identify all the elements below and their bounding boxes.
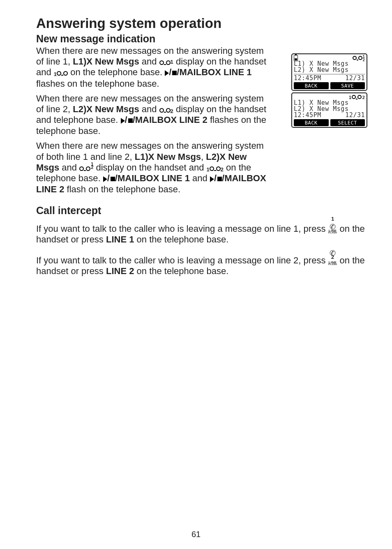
paragraph-2: When there are new messages on the answe… bbox=[36, 93, 270, 137]
text: on the telephone base. bbox=[134, 234, 228, 245]
page-title: Answering system operation bbox=[36, 16, 367, 31]
text: FLASH bbox=[328, 264, 337, 265]
tape-icon bbox=[79, 165, 90, 173]
text-bold: MAILBOX LINE 1 bbox=[118, 173, 190, 183]
text: If you want to talk to the caller who is… bbox=[36, 224, 328, 234]
play-stop-icon bbox=[103, 173, 107, 184]
play-stop-icon bbox=[110, 173, 115, 184]
paragraph-5: If you want to talk to the caller who is… bbox=[36, 249, 367, 277]
text: FLASH bbox=[328, 232, 337, 234]
lcd-time: 12:45PM bbox=[294, 75, 345, 81]
play-stop-icon bbox=[171, 67, 177, 78]
text: 2 bbox=[362, 95, 365, 100]
tape-icon bbox=[159, 106, 171, 114]
text: 1 bbox=[331, 217, 334, 221]
softkey-back: BACK bbox=[294, 119, 329, 126]
section-2-title: Call intercept bbox=[36, 205, 367, 217]
text: and bbox=[139, 56, 159, 67]
paragraph-3: When there are new messages on the answe… bbox=[36, 141, 266, 195]
stack-12: 12 bbox=[363, 55, 365, 62]
icon-sub: 1 bbox=[54, 71, 57, 77]
play-stop-icon bbox=[165, 67, 169, 78]
text: and bbox=[59, 162, 79, 173]
text: on the telephone base. bbox=[134, 266, 228, 276]
line1-key-icon: 1✆LINEFLASH bbox=[328, 217, 337, 233]
lcd-date: 12/31 bbox=[345, 112, 365, 118]
icon-sup: 1 bbox=[171, 59, 173, 65]
lcd-line: L2) X New Msgs bbox=[294, 67, 365, 73]
softkey-select: SELECT bbox=[330, 119, 365, 126]
lcd-group: 12 L1) X New Msgs L2) X New Msgs 12:45PM… bbox=[291, 53, 367, 128]
text-bold: L2)X New Msgs bbox=[73, 104, 139, 114]
tape-icon bbox=[352, 94, 362, 101]
page-number: 61 bbox=[0, 530, 392, 539]
paragraph-4: If you want to talk to the caller who is… bbox=[36, 217, 367, 245]
text-bold: L1)X New Msgs bbox=[73, 56, 139, 67]
text-bold: LINE 2 bbox=[106, 266, 134, 276]
lcd-time-row: 12:45PM12/31 bbox=[294, 112, 365, 118]
text: 1 bbox=[349, 95, 352, 100]
play-stop-icon bbox=[127, 115, 133, 126]
tape-icon bbox=[57, 69, 68, 77]
text: 2 bbox=[331, 256, 334, 259]
icon-sub: 2 bbox=[171, 108, 173, 114]
softkey-save: SAVE bbox=[330, 82, 365, 89]
lcd-time-row: 12:45PM12/31 bbox=[294, 75, 365, 81]
text: on the telephone base. bbox=[68, 67, 165, 77]
play-stop-icon bbox=[210, 173, 214, 184]
tape-icon bbox=[210, 165, 221, 173]
text: display on the handset and bbox=[93, 162, 206, 173]
icon-sub: 1 bbox=[207, 166, 210, 173]
tape-icon bbox=[353, 55, 362, 62]
text-bold: /MAILBOX LINE 1 bbox=[177, 67, 251, 77]
text: and bbox=[139, 104, 159, 114]
text: If you want to talk to the caller who is… bbox=[36, 255, 328, 265]
battery-icon bbox=[294, 55, 298, 61]
line2-key-icon: ✆2LINEFLASH bbox=[328, 249, 337, 265]
text: , bbox=[201, 152, 206, 162]
text-bold: LINE 1 bbox=[106, 234, 134, 245]
text: 2 bbox=[363, 58, 365, 62]
play-stop-icon bbox=[217, 173, 222, 184]
section-1-title: New message indication bbox=[36, 33, 367, 45]
paragraph-1: When there are new messages on the answe… bbox=[36, 46, 270, 89]
text-bold: L1)X New Msgs bbox=[135, 152, 201, 162]
tape-icon bbox=[159, 59, 171, 67]
lcd-date: 12/31 bbox=[345, 75, 365, 81]
text: flashes on the telephone base. bbox=[36, 78, 159, 89]
handset-lcd: 12 L1) X New Msgs L2) X New Msgs 12:45PM… bbox=[291, 53, 367, 91]
text: and bbox=[190, 173, 210, 183]
text-bold: /MAILBOX LINE 2 bbox=[133, 115, 208, 125]
lcd-time: 12:45PM bbox=[294, 112, 345, 118]
play-stop-icon bbox=[121, 115, 125, 126]
text: flash on the telephone base. bbox=[64, 184, 180, 194]
softkey-back: BACK bbox=[294, 82, 329, 89]
icon-sub: 2 bbox=[221, 166, 224, 173]
base-lcd: 1 2 L1) X New Msgs L2) X New Msgs 12:45P… bbox=[291, 92, 367, 128]
